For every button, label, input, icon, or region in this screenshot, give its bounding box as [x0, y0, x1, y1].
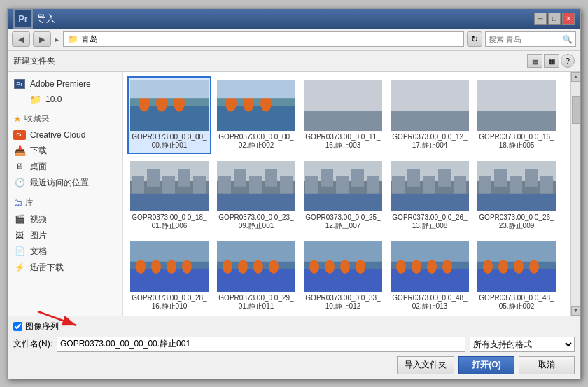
svg-rect-32	[234, 169, 246, 186]
video-label: 视频	[30, 213, 47, 225]
svg-rect-49	[423, 176, 435, 193]
thumbnail-item[interactable]: GOPR0373.00_0 0_48_02.静止013	[388, 237, 472, 315]
svg-rect-17	[391, 111, 469, 131]
library-section: 🗂 库 🎬 视频 🖼 图片 📄	[8, 194, 122, 276]
minimize-button[interactable]: ─	[534, 13, 547, 25]
thumbnail-item[interactable]: GOPR0373.00_0 0_26_23.静止009	[475, 157, 559, 234]
svg-rect-63	[130, 241, 209, 262]
download-folder-icon: 📥	[13, 145, 26, 156]
svg-point-67	[182, 260, 192, 274]
image-sequence-label[interactable]: 图像序列	[13, 321, 59, 332]
thumbnail-item[interactable]: GOPR0373.00_0 0_18_01.静止006	[127, 157, 211, 234]
open-button[interactable]: 打开(O)	[458, 356, 514, 374]
svg-point-66	[167, 260, 176, 274]
sidebar-item-premiere[interactable]: Pr Adobe Premiere	[8, 76, 122, 92]
thumbnail-item[interactable]: GOPR0373.00_0 0_26_13.静止008	[388, 157, 472, 234]
svg-rect-28	[130, 193, 209, 211]
refresh-button[interactable]: ↻	[467, 31, 482, 47]
help-button[interactable]: ?	[561, 54, 575, 68]
thumbnail-image	[130, 161, 209, 211]
thumbnail-label: GOPR0373.00_0 0_26_13.静止008	[392, 213, 468, 230]
path-separator: ▸	[54, 36, 60, 43]
list-view-button[interactable]: ▤	[527, 54, 542, 68]
desktop-icon: 🖥	[13, 161, 26, 172]
svg-rect-51	[454, 176, 466, 193]
svg-rect-14	[304, 111, 382, 131]
scroll-up-arrow[interactable]: ▲	[571, 72, 581, 82]
scroll-thumb[interactable]	[572, 96, 580, 124]
thumbnail-image	[477, 241, 556, 292]
favorites-label: 收藏夹	[24, 113, 50, 125]
thunder-icon: ⚡	[13, 262, 26, 273]
new-folder-button[interactable]: 新建文件夹	[13, 55, 55, 67]
images-label: 图片	[30, 230, 47, 241]
sidebar-item-desktop[interactable]: 🖥 桌面	[8, 159, 122, 175]
thumbnail-item[interactable]: GOPR0373.00_0 0_16_18.静止005	[475, 76, 559, 154]
path-display[interactable]: 📁 青岛	[63, 31, 464, 47]
thumbnail-label: GOPR0373.00_0 0_48_02.静止013	[392, 294, 468, 311]
filename-input[interactable]	[57, 337, 465, 352]
sidebar-item-version[interactable]: 📁 10.0	[8, 92, 122, 107]
view-buttons: ▤ ▦ ?	[527, 54, 575, 68]
svg-point-85	[396, 260, 406, 274]
address-toolbar: ◀ ▶ ▸ 📁 青岛 ↻ 🔍	[8, 29, 580, 51]
app-logo: Pr	[13, 9, 33, 29]
search-input[interactable]	[489, 35, 563, 43]
thumbnail-image	[304, 241, 382, 292]
thumbnail-item[interactable]: GOPR0373.00_0 0_25_12.静止007	[301, 157, 385, 234]
recent-label: 最近访问的位置	[30, 177, 89, 189]
svg-rect-39	[305, 176, 318, 193]
thumbnail-item[interactable]: GOPR0373.00_0 0_28_16.静止010	[127, 237, 211, 315]
vertical-scrollbar[interactable]: ▲ ▼	[570, 72, 580, 316]
star-icon: ★	[13, 113, 22, 124]
svg-rect-70	[217, 241, 295, 262]
svg-rect-77	[304, 241, 382, 262]
thumbnail-item[interactable]: GOPR0373.00_0 0_00_00.静止001	[127, 76, 211, 154]
svg-rect-23	[132, 176, 144, 193]
filename-row: 文件名(N): 所有支持的格式	[13, 337, 575, 352]
thumbnail-item[interactable]: GOPR0373.00_0 0_29_01.静止011	[214, 237, 298, 315]
images-icon: 🖼	[13, 230, 26, 241]
grid-view-button[interactable]: ▦	[544, 54, 559, 68]
svg-point-95	[529, 260, 539, 274]
thumbnail-image	[391, 80, 469, 131]
sidebar-item-thunder[interactable]: ⚡ 迅雷下载	[8, 260, 122, 276]
svg-point-72	[238, 260, 248, 274]
thumbnail-item[interactable]: GOPR0373.00_0 0_23_09.静止001	[214, 157, 298, 234]
scroll-track[interactable]	[571, 82, 581, 306]
thumbnail-item[interactable]: GOPR0373.00_0 0_33_10.静止012	[301, 237, 385, 315]
close-button[interactable]: ✕	[562, 13, 575, 25]
version-label: 10.0	[46, 94, 62, 104]
svg-rect-52	[391, 193, 469, 211]
favorites-header: ★ 收藏夹	[8, 110, 122, 127]
sidebar: Pr Adobe Premiere 📁 10.0 ★ 收藏夹	[8, 72, 123, 316]
cc-icon: Cc	[13, 129, 26, 141]
back-button[interactable]: ◀	[12, 31, 30, 47]
cancel-button[interactable]: 取消	[519, 356, 575, 374]
thumbnail-image	[391, 241, 469, 292]
thumbnail-label: GOPR0373.00_0 0_25_12.静止007	[305, 213, 381, 230]
thumbnail-item[interactable]: GOPR0373.00_0 0_00_02.静止002	[214, 76, 298, 154]
forward-button[interactable]: ▶	[33, 31, 51, 47]
sidebar-item-creative-cloud[interactable]: Cc Creative Cloud	[8, 127, 122, 143]
thumbnail-label: GOPR0373.00_0 0_33_10.静止012	[305, 294, 381, 311]
svg-rect-59	[540, 176, 553, 193]
scroll-down-arrow[interactable]: ▼	[571, 306, 581, 316]
thumbnail-label: GOPR0373.00_0 0_48_05.静止002	[479, 294, 554, 311]
thumbnail-item[interactable]: GOPR0373.00_0 0_12_17.静止004	[388, 76, 472, 154]
import-folder-button[interactable]: 导入文件夹	[397, 356, 454, 374]
search-box[interactable]: 🔍	[485, 31, 576, 47]
path-text: 青岛	[81, 34, 98, 45]
sidebar-item-images[interactable]: 🖼 图片	[8, 227, 122, 244]
filetype-select[interactable]: 所有支持的格式	[470, 337, 575, 352]
sidebar-item-downloads[interactable]: 📥 下载	[8, 143, 122, 159]
sidebar-item-docs[interactable]: 📄 文档	[8, 244, 122, 260]
library-header: 🗂 库	[8, 194, 122, 211]
file-grid: GOPR0373.00_0 0_00_00.静止001GOPR0373.00_0…	[123, 72, 570, 316]
sidebar-item-video[interactable]: 🎬 视频	[8, 211, 122, 227]
image-sequence-checkbox[interactable]	[13, 322, 22, 331]
maximize-button[interactable]: □	[548, 13, 561, 25]
thumbnail-item[interactable]: GOPR0373.00_0 0_11_16.静止003	[301, 76, 385, 154]
thumbnail-item[interactable]: GOPR0373.00_0 0_48_05.静止002	[475, 237, 559, 315]
sidebar-item-recent[interactable]: 🕐 最近访问的位置	[8, 175, 122, 191]
